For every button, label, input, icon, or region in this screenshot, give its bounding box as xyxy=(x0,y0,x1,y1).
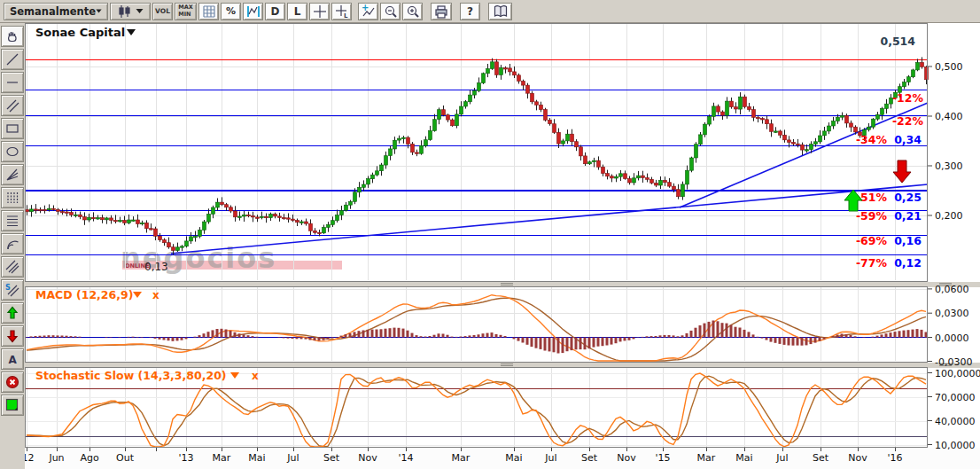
svg-text:Mar: Mar xyxy=(213,452,231,464)
arrow-up-tool[interactable] xyxy=(1,302,24,324)
splitter-macd-stochastic[interactable] xyxy=(25,363,980,368)
manual-button[interactable] xyxy=(488,3,512,20)
svg-text:Mai: Mai xyxy=(248,452,265,464)
arrow-down-tool[interactable] xyxy=(1,325,24,347)
help-button[interactable]: ? xyxy=(460,3,480,20)
svg-text:Jul: Jul xyxy=(286,452,299,464)
svg-text:0,25: 0,25 xyxy=(894,191,922,204)
period-dropdown-label: Semanalmente xyxy=(10,5,96,18)
svg-text:Nov: Nov xyxy=(358,452,377,464)
svg-text:Set: Set xyxy=(581,452,598,464)
volume-toggle[interactable]: VOL xyxy=(152,3,173,20)
svg-text:A: A xyxy=(9,354,18,366)
fibonacci-arcs-tool[interactable] xyxy=(1,233,24,254)
trend-line-icon xyxy=(4,51,20,67)
top-toolbar: Semanalmente VOLMAXMIN%DLL+? xyxy=(0,0,980,23)
svg-text:'16: '16 xyxy=(887,452,902,464)
daily-button-label: D xyxy=(271,5,280,18)
delete-tool[interactable] xyxy=(1,371,24,393)
fan-lines-icon xyxy=(4,167,20,183)
chevron-down-icon xyxy=(136,8,144,14)
speed-resistance-tool[interactable]: S xyxy=(1,279,24,301)
add-study-icon: + xyxy=(361,4,377,20)
max-level-label: 0,514 xyxy=(880,35,915,48)
svg-text:Jul: Jul xyxy=(775,452,788,464)
horizontal-line-icon xyxy=(4,74,20,90)
print-button[interactable] xyxy=(431,3,452,20)
svg-text:S: S xyxy=(5,284,11,292)
speed-lines-tool[interactable] xyxy=(1,256,24,277)
letter-a-icon: A xyxy=(4,351,20,367)
pan-tool[interactable] xyxy=(1,26,24,47)
svg-text:0,0600: 0,0600 xyxy=(935,284,969,295)
trend-line-tool[interactable] xyxy=(1,49,24,70)
svg-text:Mar: Mar xyxy=(697,452,716,464)
percent-scale-toggle[interactable]: % xyxy=(221,3,241,20)
splitter-main-macd[interactable] xyxy=(25,282,980,287)
svg-text:0,34: 0,34 xyxy=(894,133,922,146)
stochastic-panel-label: Stochastic Slow (14,3,3,80,20) xyxy=(35,369,227,382)
crosshair-button[interactable] xyxy=(309,3,330,20)
svg-text:-22%: -22% xyxy=(892,114,924,128)
speed-lines-icon xyxy=(4,259,20,275)
svg-text:L: L xyxy=(344,12,348,20)
max-min-toggle-label: MAXMIN xyxy=(178,4,193,17)
chart-canvas: negocios ONLINE 0,5000,4000,3000,2000,06… xyxy=(0,0,980,469)
svg-text:0,300: 0,300 xyxy=(935,160,963,172)
ellipse-tool[interactable] xyxy=(1,141,24,162)
svg-text:Ago: Ago xyxy=(80,452,99,464)
low-price-label: 0,13 xyxy=(144,261,168,273)
rectangle-icon xyxy=(4,121,20,137)
svg-text:Jul: Jul xyxy=(544,452,556,464)
svg-text:0,500: 0,500 xyxy=(935,61,963,73)
grid-icon xyxy=(201,4,217,20)
fibonacci-time-zones-tool[interactable] xyxy=(1,187,24,208)
svg-text:-59%: -59% xyxy=(856,209,888,223)
zoom-out-button[interactable] xyxy=(380,3,401,20)
svg-text:-69%: -69% xyxy=(856,234,888,247)
candlestick-icon xyxy=(117,4,133,20)
svg-text:-77%: -77% xyxy=(856,256,888,270)
add-study-button[interactable]: + xyxy=(358,3,378,20)
svg-text:0,400: 0,400 xyxy=(935,111,963,122)
max-min-toggle[interactable]: MAXMIN xyxy=(175,3,197,20)
svg-text:40,0000: 40,0000 xyxy=(935,416,976,427)
svg-text:Nov: Nov xyxy=(848,452,867,464)
fibonacci-retracement-tool[interactable] xyxy=(1,210,24,231)
crosshair-label-button[interactable]: L xyxy=(331,3,352,20)
svg-text:Mai: Mai xyxy=(505,452,522,464)
svg-text:-34%: -34% xyxy=(856,133,888,146)
svg-text:'14: '14 xyxy=(398,452,413,464)
fan-lines-tool[interactable] xyxy=(1,164,24,185)
arcs-icon xyxy=(4,236,20,252)
svg-text:10,0000: 10,0000 xyxy=(935,440,976,451)
ellipse-icon xyxy=(4,144,20,160)
line-chart-button[interactable]: L xyxy=(287,3,307,20)
fit-chart-button[interactable] xyxy=(243,3,263,20)
macd-close-button[interactable]: x xyxy=(152,289,159,301)
book-icon xyxy=(493,4,509,20)
arrow-down-icon xyxy=(4,328,20,344)
zoom-in-button[interactable] xyxy=(402,3,423,20)
svg-text:Mai: Mai xyxy=(735,452,752,464)
rectangle-tool[interactable] xyxy=(1,118,24,139)
horizontal-line-tool[interactable] xyxy=(1,72,24,93)
svg-text:0,16: 0,16 xyxy=(894,234,922,247)
stochastic-close-button[interactable]: x xyxy=(252,370,259,382)
parallel-lines-tool[interactable] xyxy=(1,95,24,116)
svg-text:0,21: 0,21 xyxy=(894,209,922,223)
color-picker[interactable] xyxy=(1,395,24,416)
svg-text:70,0000: 70,0000 xyxy=(935,392,976,403)
fit-chart-icon xyxy=(245,4,261,20)
period-dropdown[interactable]: Semanalmente xyxy=(4,3,108,20)
toolbar-buttons: VOLMAXMIN%DLL+? xyxy=(109,3,513,20)
percent-scale-toggle-label: % xyxy=(226,5,236,17)
svg-text:'13: '13 xyxy=(178,452,193,464)
speed-lines-s-icon: S xyxy=(4,282,20,298)
chart-type-dropdown[interactable] xyxy=(110,3,151,20)
svg-text:Jun: Jun xyxy=(48,452,64,464)
crosshair-icon xyxy=(312,4,328,20)
text-tool[interactable]: A xyxy=(1,348,24,370)
grid-toggle[interactable] xyxy=(198,3,219,20)
daily-button[interactable]: D xyxy=(265,3,285,20)
